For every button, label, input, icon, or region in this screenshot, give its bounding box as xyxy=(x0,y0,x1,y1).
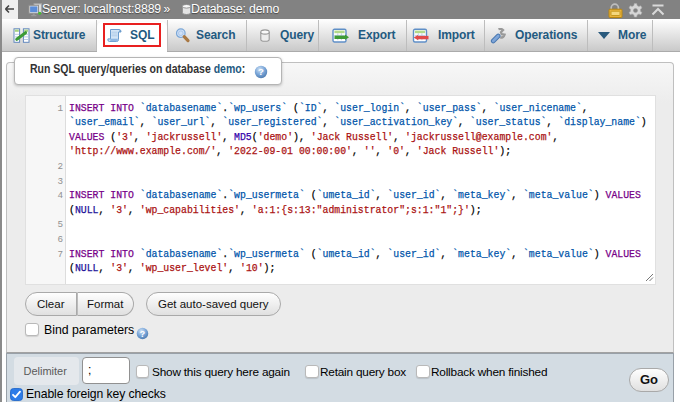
svg-text:?: ? xyxy=(258,66,264,77)
svg-text:?: ? xyxy=(139,328,144,338)
